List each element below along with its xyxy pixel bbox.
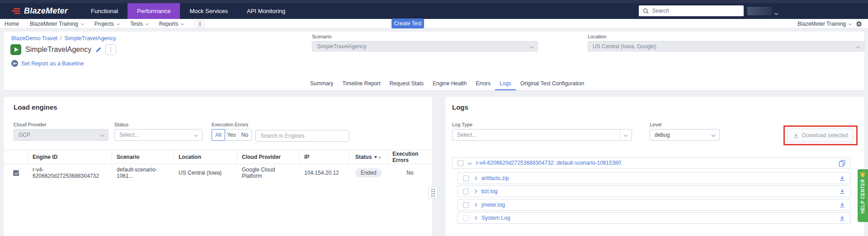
tab-request-stats[interactable]: Request Stats <box>385 77 428 90</box>
col-engine-id: Engine ID <box>28 150 112 164</box>
log-file-link[interactable]: bzt.log <box>481 188 497 194</box>
chevron-down-icon[interactable] <box>468 161 472 165</box>
status-field: Status Select... <box>114 122 203 141</box>
download-icon[interactable] <box>839 175 845 181</box>
location-select[interactable]: US Central (Iowa, Google) <box>588 41 864 51</box>
cloud-provider-select[interactable]: GCP <box>14 129 108 141</box>
nav-functional[interactable]: Functional <box>81 3 127 19</box>
report-tabs: Summary Timeline Report Request Stats En… <box>306 77 589 90</box>
col-status-sortable[interactable]: Status <box>349 150 388 164</box>
download-selected-button[interactable]: Download selected <box>788 129 854 142</box>
toggle-option-no[interactable]: No <box>238 130 251 140</box>
log-file-checkbox[interactable] <box>463 176 469 181</box>
status-badge: Ended <box>355 168 382 177</box>
chevron-down-icon <box>712 133 715 137</box>
tab-original-test-configuration[interactable]: Original Test Configuration <box>516 77 589 90</box>
title-row: SimpleTravelAgency ⋮ <box>10 44 116 55</box>
kebab-icon: ⋮ <box>108 46 113 53</box>
tab-engine-health[interactable]: Engine Health <box>428 77 471 90</box>
log-type-field: Log Type Select... <box>452 122 632 141</box>
engines-table-header: Engine ID Scenario Location Cloud Provid… <box>4 150 432 164</box>
nav-api-monitoring[interactable]: API Monitoring <box>237 3 295 19</box>
log-file-checkbox[interactable] <box>463 215 469 221</box>
user-account-pill[interactable] <box>747 7 772 15</box>
toggle-option-all[interactable]: All <box>212 130 225 140</box>
edit-title-button[interactable] <box>95 47 101 53</box>
scenario-select[interactable]: SimpleTravelAgency <box>312 41 538 51</box>
tab-errors[interactable]: Errors <box>471 77 495 90</box>
grip-dots-icon <box>431 189 435 197</box>
chevron-right-icon[interactable] <box>473 216 477 220</box>
run-test-button[interactable] <box>10 44 21 55</box>
log-type-label: Log Type <box>452 122 632 127</box>
tab-logs[interactable]: Logs <box>495 77 516 90</box>
log-file-row[interactable]: artifacts.zip <box>458 172 851 184</box>
panel-resize-handle[interactable] <box>428 186 438 199</box>
cell-ip: 104.154.20.12 <box>300 170 349 176</box>
log-file-link[interactable]: artifacts.zip <box>481 175 509 181</box>
col-scenario: Scenario <box>112 150 174 164</box>
execution-errors-field: Execution Errors All Yes No <box>212 122 252 141</box>
chevron-right-icon[interactable] <box>473 203 477 207</box>
select-divider <box>620 130 620 140</box>
level-field: Level debug <box>650 122 720 141</box>
chevron-right-icon[interactable] <box>473 176 477 180</box>
chevron-down-icon <box>530 44 533 48</box>
log-group-row[interactable]: r-v4-6206620d27253688304732: default-sce… <box>452 157 851 169</box>
copy-icon[interactable] <box>839 160 845 167</box>
log-group-link[interactable]: r-v4-6206620d27253688304732: default-sce… <box>476 160 621 166</box>
download-icon[interactable] <box>839 202 845 208</box>
help-center-tab[interactable]: HELP CENTER <box>858 169 868 222</box>
execution-errors-toggle: All Yes No <box>212 129 252 141</box>
log-file-checkbox[interactable] <box>463 202 469 208</box>
location-label: Location <box>588 34 864 39</box>
log-group-checkbox[interactable] <box>458 160 463 166</box>
log-file-link[interactable]: jmeter.log <box>481 202 505 208</box>
log-file-link[interactable]: System Log <box>481 215 510 221</box>
nav-mock-services[interactable]: Mock Services <box>180 3 237 19</box>
chevron-right-icon[interactable] <box>473 190 477 193</box>
log-file-row[interactable]: System Log <box>458 212 851 224</box>
subnav-item-projects[interactable]: Projects <box>94 21 119 27</box>
scenario-label: Scenario <box>312 34 538 39</box>
log-file-row[interactable]: jmeter.log <box>458 199 851 211</box>
tab-timeline-report[interactable]: Timeline Report <box>338 77 385 90</box>
cell-location: US Central (Iowa) <box>174 170 237 176</box>
subnav-item-reports[interactable]: Reports <box>159 21 184 27</box>
set-baseline-link[interactable]: Set Report as a Baseline <box>11 60 84 67</box>
download-icon[interactable] <box>839 215 845 221</box>
user-menu-caret-icon[interactable] <box>774 11 778 15</box>
engines-search-input[interactable] <box>255 130 349 142</box>
secondary-navigation: Home BlazeMeter Training Projects Tests … <box>0 19 868 28</box>
row-checkbox[interactable] <box>13 170 19 176</box>
waving-hand-icon <box>860 171 866 177</box>
breadcrumb-project-link[interactable]: BlazeDemo Travel <box>11 35 57 42</box>
log-file-row[interactable]: bzt.log <box>458 185 851 197</box>
more-actions-button[interactable]: ⋮ <box>105 44 116 55</box>
toggle-option-yes[interactable]: Yes <box>225 130 238 140</box>
workspace-switcher[interactable]: BlazeMeter Training <box>797 21 851 27</box>
level-select[interactable]: debug <box>650 129 720 141</box>
status-select[interactable]: Select... <box>114 129 203 141</box>
top-navigation: BlazeMeter Functional Performance Mock S… <box>0 3 868 19</box>
subnav-item-home[interactable]: Home <box>5 21 19 27</box>
log-file-checkbox[interactable] <box>463 189 469 194</box>
log-type-select[interactable]: Select... <box>452 129 632 141</box>
subnav-item-workspace[interactable]: BlazeMeter Training <box>30 21 84 27</box>
cell-cloud-provider: Google Cloud Platform <box>237 167 300 179</box>
location-field: Location US Central (Iowa, Google) <box>588 34 864 51</box>
chevron-down-icon <box>81 22 84 25</box>
nav-performance[interactable]: Performance <box>127 3 180 19</box>
level-label: Level <box>650 122 720 127</box>
download-icon[interactable] <box>839 188 845 194</box>
search-icon <box>643 8 649 14</box>
search-input[interactable] <box>652 8 740 14</box>
create-test-button[interactable]: Create Test <box>392 19 424 28</box>
subnav-item-tests[interactable]: Tests <box>130 21 148 27</box>
blazemeter-logo[interactable]: BlazeMeter <box>0 3 81 19</box>
brand-name: BlazeMeter <box>24 6 68 16</box>
tab-summary[interactable]: Summary <box>306 77 338 90</box>
breadcrumb-test-link[interactable]: SimpleTravelAgency <box>65 35 116 42</box>
reports-count-badge[interactable]: 0 <box>194 20 205 27</box>
settings-gear-icon[interactable] <box>855 20 863 28</box>
